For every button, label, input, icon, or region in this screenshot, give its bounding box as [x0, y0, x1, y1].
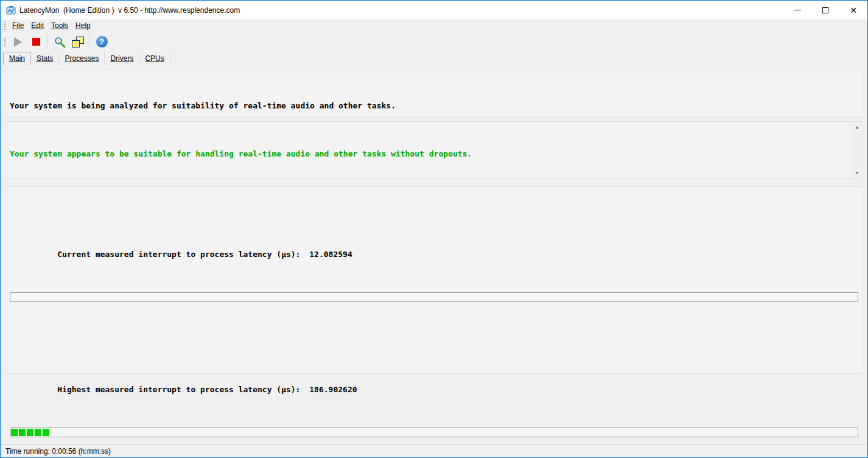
tab-cpus[interactable]: CPUs: [139, 52, 170, 65]
tools-magnifier-icon: [54, 36, 66, 48]
stop-monitor-button[interactable]: [27, 33, 45, 50]
latency-meter: [10, 428, 858, 437]
metric-label: Current measured interrupt to process la…: [57, 248, 309, 261]
minimize-icon: [794, 10, 801, 10]
metric-highest-latency: Highest measured interrupt to process la…: [10, 353, 858, 444]
metric-value: 12.082594: [309, 248, 388, 261]
options-button[interactable]: [51, 33, 69, 50]
start-monitor-button[interactable]: [9, 33, 27, 50]
app-window: LatencyMon (Home Edition ) v 6.50 - http…: [0, 0, 868, 458]
metrics-panel: Current measured interrupt to process la…: [5, 186, 863, 374]
toolbar-gripper: [4, 38, 5, 46]
verdict-scrollbar[interactable]: ▲ ▼: [852, 122, 862, 178]
app-icon: [6, 5, 16, 15]
copy-icon-front: [72, 40, 80, 48]
status-bar: Time running: 0:00:56 (h:mm:ss): [1, 444, 867, 457]
metric-current-latency: Current measured interrupt to process la…: [10, 218, 858, 326]
analysis-text: Your system is being analyzed for suitab…: [10, 99, 858, 112]
analysis-panel: Your system is being analyzed for suitab…: [5, 69, 863, 118]
status-text: Time running: 0:00:56 (h:mm:ss): [5, 447, 111, 456]
main-content: Your system is being analyzed for suitab…: [1, 65, 867, 444]
menu-edit[interactable]: Edit: [27, 20, 47, 31]
scroll-down-icon[interactable]: ▼: [852, 168, 862, 178]
menu-file[interactable]: File: [9, 20, 27, 31]
tab-main[interactable]: Main: [3, 52, 31, 65]
verdict-text: Your system appears to be suitable for h…: [10, 147, 858, 160]
scroll-up-icon[interactable]: ▲: [852, 122, 862, 132]
window-title: LatencyMon (Home Edition ) v 6.50 - http…: [19, 6, 240, 15]
menu-tools[interactable]: Tools: [47, 20, 72, 31]
close-button[interactable]: ✕: [839, 1, 867, 19]
copy-icon: [72, 37, 84, 48]
help-icon: ?: [96, 36, 108, 48]
toolbar-separator: [89, 35, 90, 49]
metric-label: Highest measured interrupt to process la…: [57, 384, 309, 396]
play-icon: [14, 37, 22, 47]
menu-bar: File Edit Tools Help: [1, 19, 867, 32]
maximize-button[interactable]: [811, 1, 839, 19]
menu-gripper: [4, 22, 5, 30]
copy-report-button[interactable]: [69, 33, 87, 50]
stop-icon: [32, 38, 40, 46]
toolbar-separator: [47, 35, 48, 49]
tab-processes[interactable]: Processes: [59, 52, 105, 65]
metric-value: 186.902620: [309, 384, 388, 396]
latency-meter: [10, 292, 858, 302]
close-icon: ✕: [850, 6, 857, 15]
tab-bar: Main Stats Processes Drivers CPUs: [1, 52, 867, 65]
menu-help[interactable]: Help: [72, 20, 94, 31]
tab-drivers[interactable]: Drivers: [105, 52, 139, 65]
toolbar: ?: [1, 32, 867, 52]
maximize-icon: [822, 7, 828, 13]
verdict-panel: Your system appears to be suitable for h…: [5, 121, 863, 179]
title-bar: LatencyMon (Home Edition ) v 6.50 - http…: [1, 1, 867, 19]
tab-stats[interactable]: Stats: [31, 52, 59, 65]
help-button[interactable]: ?: [93, 33, 111, 50]
minimize-button[interactable]: [783, 1, 811, 19]
